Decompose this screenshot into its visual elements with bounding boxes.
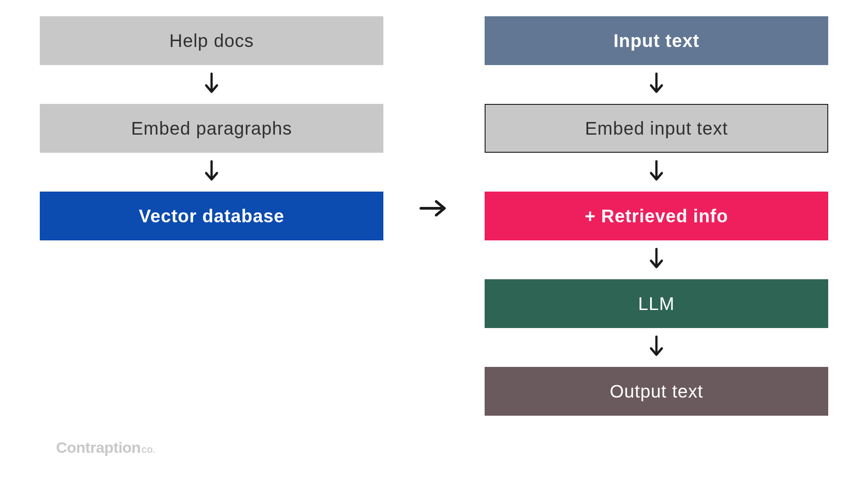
right-column: Input text Embed input text + Retrieved … [485,16,828,416]
box-label: Vector database [139,206,284,226]
box-output-text: Output text [485,367,828,416]
arrow-down-icon [203,153,221,192]
brand-suffix: co. [142,446,155,455]
box-help-docs: Help docs [40,16,383,65]
arrow-down-icon [647,240,665,279]
box-input-text: Input text [485,16,828,65]
box-label: Embed paragraphs [131,118,292,139]
arrow-down-icon [647,153,665,192]
box-label: Embed input text [585,118,728,139]
box-label: LLM [638,294,675,314]
arrow-down-icon [647,328,665,367]
box-llm: LLM [485,279,828,328]
box-label: Input text [613,31,699,51]
box-label: Output text [610,381,703,402]
box-label: Help docs [170,31,254,51]
left-column: Help docs Embed paragraphs Vector databa… [40,16,383,240]
box-embed-input-text: Embed input text [485,104,828,153]
box-embed-paragraphs: Embed paragraphs [40,104,383,153]
box-label: + Retrieved info [585,206,728,226]
arrow-right-icon [418,197,450,220]
arrow-down-icon [203,65,221,104]
arrow-down-icon [647,65,665,104]
box-vector-database: Vector database [40,192,383,240]
brand-name: Contraption [56,439,141,456]
diagram-canvas: Help docs Embed paragraphs Vector databa… [0,0,868,488]
box-retrieved-info: + Retrieved info [485,192,828,240]
brand-logo: Contraptionco. [56,439,155,456]
